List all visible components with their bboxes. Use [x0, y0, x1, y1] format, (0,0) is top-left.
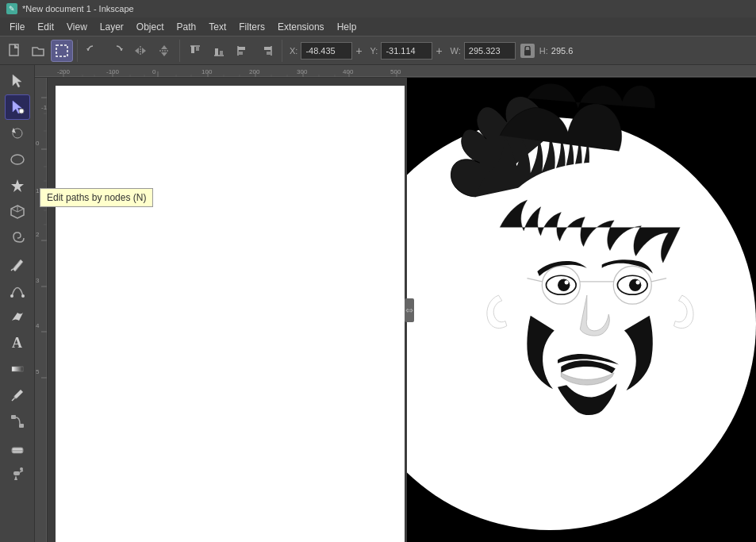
svg-rect-44 [13, 471, 20, 475]
align-top-button[interactable] [184, 40, 206, 62]
tool-node[interactable] [5, 94, 30, 120]
align-right-button[interactable] [255, 40, 278, 62]
ruler-top: -200 -100 0 100 200 300 400 500 [35, 65, 756, 78]
toolbar-sep-3 [282, 40, 282, 62]
svg-text:300: 300 [297, 68, 308, 75]
face-artwork [407, 78, 756, 542]
menu-filters[interactable]: Filters [232, 20, 271, 34]
menu-help[interactable]: Help [331, 20, 363, 34]
tool-gradient[interactable] [5, 356, 30, 382]
svg-point-102 [629, 279, 641, 291]
svg-text:1: 1 [36, 187, 40, 194]
tool-3dbox[interactable] [5, 199, 30, 225]
menu-extensions[interactable]: Extensions [271, 20, 331, 34]
tool-tweak[interactable] [5, 121, 30, 146]
toolbar-sep-2 [179, 40, 180, 62]
svg-marker-23 [13, 75, 21, 87]
svg-rect-1 [56, 45, 67, 56]
main-area: A [0, 65, 756, 542]
resize-handle[interactable]: ⇔ [405, 298, 414, 322]
ruler-left: -100 0 1 2 3 4 5 [35, 78, 48, 542]
menu-file[interactable]: File [3, 20, 31, 34]
svg-point-99 [558, 279, 570, 291]
svg-rect-15 [220, 51, 223, 56]
align-bottom-button[interactable] [208, 40, 230, 62]
menu-text[interactable]: Text [202, 20, 232, 34]
svg-text:0: 0 [152, 68, 156, 75]
new-doc-button[interactable] [3, 40, 25, 62]
resize-icon: ⇔ [405, 305, 413, 316]
svg-rect-20 [264, 47, 271, 50]
menu-edit[interactable]: Edit [31, 20, 60, 34]
tool-pencil[interactable] [5, 252, 30, 277]
tool-connector[interactable] [5, 409, 30, 434]
flip-v-button[interactable] [153, 40, 175, 62]
svg-rect-22 [524, 50, 531, 56]
y-plus-btn[interactable]: + [436, 44, 442, 57]
window-title: *New document 1 - Inkscape [22, 4, 134, 13]
y-input[interactable] [381, 42, 432, 60]
h-value: 295.6 [551, 46, 574, 56]
toolbox: A [0, 65, 35, 542]
menu-layer[interactable]: Layer [94, 20, 130, 34]
svg-point-25 [19, 109, 24, 113]
y-label: Y: [370, 46, 378, 56]
svg-marker-2 [86, 48, 90, 51]
tool-spiral[interactable] [5, 225, 30, 251]
svg-line-34 [11, 269, 13, 271]
x-plus-btn[interactable]: + [355, 44, 362, 57]
svg-marker-6 [142, 48, 146, 54]
tool-select[interactable] [5, 68, 30, 94]
svg-rect-41 [19, 424, 24, 428]
svg-text:4: 4 [36, 322, 40, 329]
svg-marker-9 [161, 52, 167, 56]
w-input[interactable] [464, 42, 516, 60]
svg-marker-3 [120, 48, 123, 51]
ruler-top-svg: -200 -100 0 100 200 300 400 500 [35, 65, 756, 78]
menu-view[interactable]: View [60, 20, 94, 34]
flip-h-button[interactable] [129, 40, 152, 62]
toolbar-sep-1 [77, 40, 78, 62]
tool-calligraphy[interactable] [5, 304, 30, 329]
tool-spray[interactable] [5, 461, 30, 486]
w-label: W: [451, 46, 461, 56]
svg-text:500: 500 [390, 68, 401, 75]
x-input[interactable] [301, 42, 352, 60]
x-label: X: [290, 46, 297, 56]
canvas-area[interactable]: -200 -100 0 100 200 300 400 500 [35, 65, 756, 542]
svg-text:-100: -100 [41, 104, 48, 111]
text-tool-icon: A [12, 335, 22, 352]
svg-point-103 [636, 280, 640, 284]
tool-ellipse[interactable] [5, 147, 30, 172]
svg-text:2: 2 [36, 231, 40, 238]
svg-rect-0 [10, 44, 18, 56]
main-canvas[interactable]: ⇔ [48, 78, 756, 542]
lock-icon[interactable] [520, 44, 535, 58]
open-button[interactable] [27, 40, 49, 62]
rotate-ccw-button[interactable] [82, 40, 104, 62]
svg-text:0: 0 [36, 140, 40, 147]
align-left-button[interactable] [232, 40, 254, 62]
tool-eraser[interactable] [5, 435, 30, 460]
svg-rect-14 [215, 48, 218, 56]
tool-text[interactable]: A [5, 330, 30, 356]
svg-point-36 [21, 294, 25, 298]
select-rect-button[interactable] [51, 40, 73, 62]
top-toolbar: X: + Y: + W: H: 295.6 [0, 37, 756, 65]
svg-marker-29 [11, 179, 24, 192]
svg-text:5: 5 [36, 368, 40, 375]
tool-pen[interactable] [5, 278, 30, 303]
svg-rect-11 [191, 46, 194, 53]
svg-marker-8 [161, 45, 167, 49]
app-icon: ✎ [6, 3, 17, 14]
svg-line-33 [17, 209, 24, 212]
menu-object[interactable]: Object [130, 20, 171, 34]
svg-text:100: 100 [201, 68, 213, 75]
svg-line-39 [12, 398, 14, 401]
menu-path[interactable]: Path [171, 20, 203, 34]
tool-eyedropper[interactable] [5, 382, 30, 408]
rotate-cw-button[interactable] [106, 40, 128, 62]
svg-text:3: 3 [36, 277, 40, 284]
tool-star[interactable] [5, 173, 30, 198]
svg-line-32 [11, 209, 17, 212]
